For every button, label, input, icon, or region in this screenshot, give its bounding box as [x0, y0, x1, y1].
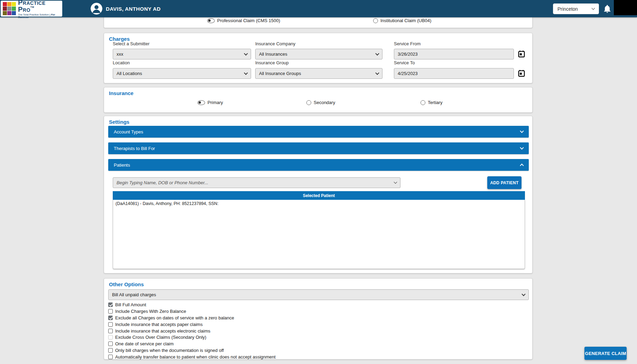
radio-unselected-icon[interactable] — [421, 100, 425, 105]
logo-tagline: The Total Practice Solution | For Succes… — [18, 13, 60, 19]
practice-pro-logo[interactable]: Practice ProTM The Total Practice Soluti… — [1, 1, 62, 17]
checkbox-row[interactable]: Include Charges With Zero Balance — [108, 308, 276, 315]
radio-unselected-icon[interactable] — [306, 100, 311, 105]
checkbox-unchecked-icon[interactable] — [108, 348, 113, 353]
calendar-icon[interactable] — [518, 69, 525, 77]
current-user-name: DAVIS, ANTHONY AD — [106, 0, 160, 17]
patient-row[interactable]: (DaA14081) - Davis, Anthony, PH: 8521237… — [113, 200, 525, 207]
logo-square — [3, 2, 7, 6]
service-from-input[interactable]: 3/26/2023 — [394, 49, 514, 59]
billing-mode-select[interactable]: Bill All unpaid charges — [108, 289, 529, 300]
insurance-title: Insurance — [109, 90, 133, 96]
checkbox-unchecked-icon[interactable] — [108, 355, 113, 359]
checkbox-unchecked-icon[interactable] — [108, 342, 113, 346]
checkbox-unchecked-icon[interactable] — [108, 329, 113, 333]
checkbox-row[interactable]: One date of service per claim — [108, 340, 276, 347]
app-header: Practice ProTM The Total Practice Soluti… — [0, 0, 637, 17]
claim-type-radio-group: Professional Claim (CMS 1500)Institution… — [104, 18, 532, 24]
charges-card: Charges Select a Submitter xxx Location … — [104, 33, 533, 83]
checkbox-label: Include insurance that accepts electroni… — [115, 328, 210, 334]
radio-professional-claim[interactable]: Professional Claim (CMS 1500) — [207, 18, 280, 23]
logo-square — [3, 11, 7, 15]
radio-secondary[interactable]: Secondary — [306, 100, 335, 105]
radio-label: Primary — [207, 100, 223, 105]
accordion-therapists-to-bill-for[interactable]: Therapists to Bill For — [108, 142, 529, 154]
other-options-card: Other Options Bill All unpaid charges Bi… — [104, 278, 533, 360]
insurance-company-label: Insurance Company — [255, 41, 295, 46]
chevron-down-icon — [592, 7, 595, 10]
clinic-location-select[interactable]: Princeton — [553, 3, 599, 14]
checkbox-row[interactable]: Include insurance that accepts paper cla… — [108, 321, 276, 328]
checkbox-unchecked-icon[interactable] — [108, 309, 113, 314]
chevron-down-icon — [375, 52, 379, 55]
chevron-down-icon — [394, 180, 397, 184]
accordion-patients[interactable]: Patients — [108, 159, 529, 171]
insurance-group-value: All Insurance Groups — [259, 71, 376, 76]
billing-mode-value: Bill All unpaid charges — [112, 292, 522, 297]
checkbox-row[interactable]: Only bill charges when the documentation… — [108, 347, 276, 354]
chevron-down-icon — [375, 71, 379, 75]
user-avatar-icon[interactable] — [91, 3, 102, 15]
checkbox-unchecked-icon[interactable] — [108, 335, 113, 339]
insurance-company-select[interactable]: All Insurances — [255, 49, 382, 59]
logo-square — [7, 7, 11, 11]
selected-patient-list: (DaA14081) - Davis, Anthony, PH: 8521237… — [113, 200, 525, 269]
radio-institutional-claim[interactable]: Institutional Claim (UB04) — [373, 18, 431, 23]
logo-square — [3, 7, 7, 11]
submitter-label: Select a Submitter — [113, 41, 149, 46]
generate-claim-button[interactable]: GENERATE CLAIM — [584, 347, 627, 360]
checkbox-row[interactable]: Exclude Cross Over Claims (Secondary Onl… — [108, 334, 276, 340]
location-label: Location — [113, 60, 130, 65]
logo-text: Practice ProTM The Total Practice Soluti… — [18, 0, 60, 19]
radio-label: Institutional Claim (UB04) — [380, 18, 431, 23]
logo-square — [12, 7, 16, 11]
patient-search-input[interactable]: Begin Typing Name, DOB or Phone Number..… — [113, 177, 400, 188]
checkbox-row[interactable]: Automatically transfer balance to patien… — [108, 354, 276, 360]
accordion-label: Patients — [114, 162, 130, 168]
submitter-value: xxx — [117, 52, 244, 57]
settings-card: Settings Account TypesTherapists to Bill… — [104, 116, 533, 273]
chevron-down-icon — [521, 292, 525, 296]
checkbox-row[interactable]: Exclude all Charges on dates of service … — [108, 315, 276, 321]
accordion-label: Therapists to Bill For — [114, 146, 155, 151]
insurance-radio-group: PrimarySecondaryTertiary — [104, 100, 532, 105]
checkbox-label: Automatically transfer balance to patien… — [115, 354, 276, 360]
service-from-value: 3/26/2023 — [398, 52, 418, 57]
radio-primary[interactable]: Primary — [197, 100, 223, 105]
checkbox-checked-icon[interactable] — [108, 302, 113, 307]
radio-selected-icon[interactable] — [197, 100, 205, 105]
radio-label: Tertiary — [428, 100, 443, 105]
checkbox-checked-icon[interactable] — [108, 316, 113, 320]
other-options-title: Other Options — [109, 281, 144, 287]
checkbox-row[interactable]: Bill Full Amount — [108, 301, 276, 308]
notifications-bell-icon[interactable] — [603, 4, 612, 13]
checkbox-unchecked-icon[interactable] — [108, 322, 113, 327]
checkbox-label: Exclude Cross Over Claims (Secondary Onl… — [115, 335, 206, 340]
trademark-symbol: TM — [30, 6, 34, 8]
service-to-value: 4/25/2023 — [398, 71, 418, 76]
chevron-down-icon — [520, 146, 524, 149]
service-to-label: Service To — [394, 60, 415, 65]
page: Professional Claim (CMS 1500)Institution… — [0, 0, 637, 364]
checkbox-label: Include Charges With Zero Balance — [115, 309, 186, 314]
chevron-down-icon — [520, 129, 524, 133]
location-value: All Locations — [117, 71, 244, 76]
checkbox-row[interactable]: Include insurance that accepts electroni… — [108, 328, 276, 334]
selected-patient-header: Selected Patient — [113, 191, 525, 200]
checkbox-label: One date of service per claim — [115, 341, 174, 346]
add-patient-button[interactable]: ADD PATIENT — [487, 176, 521, 189]
insurance-company-value: All Insurances — [259, 52, 376, 57]
calendar-icon[interactable] — [518, 50, 525, 58]
insurance-group-select[interactable]: All Insurance Groups — [255, 68, 382, 79]
radio-tertiary[interactable]: Tertiary — [421, 100, 443, 105]
submitter-select[interactable]: xxx — [113, 49, 251, 59]
logo-square — [7, 2, 11, 6]
service-to-input[interactable]: 4/25/2023 — [394, 68, 514, 79]
accordion-account-types[interactable]: Account Types — [108, 126, 529, 138]
radio-selected-icon[interactable] — [207, 18, 215, 23]
radio-unselected-icon[interactable] — [373, 18, 378, 23]
logo-title: Practice ProTM — [18, 0, 60, 13]
location-select-field[interactable]: All Locations — [113, 68, 251, 79]
radio-label: Professional Claim (CMS 1500) — [217, 18, 280, 23]
redacted-user-image[interactable] — [614, 0, 637, 15]
